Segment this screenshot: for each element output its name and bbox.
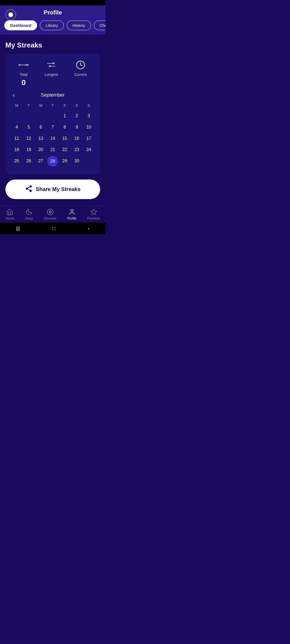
stat-current: Current <box>74 60 87 87</box>
calendar-cell[interactable]: 13 <box>35 133 47 144</box>
calendar-cell[interactable]: 24 <box>83 145 95 155</box>
main-content: My Streaks Total 0 <box>0 35 106 203</box>
nav-discover[interactable]: Discover <box>44 208 57 220</box>
calendar-cell[interactable]: 25 <box>11 156 23 167</box>
calendar-row: 45678910 <box>11 122 95 132</box>
calendar-cell[interactable]: 26 <box>23 156 35 167</box>
nav-discover-label: Discover <box>44 217 57 220</box>
current-icon <box>76 60 85 71</box>
calendar-cell[interactable]: 29 <box>59 156 71 167</box>
settings-button[interactable] <box>5 9 16 20</box>
nav-profile[interactable]: Profile <box>67 208 77 220</box>
total-label: Total <box>20 72 28 77</box>
calendar-cell[interactable]: 10 <box>83 122 95 132</box>
calendar-cell[interactable]: 2 <box>71 111 83 121</box>
calendar-cell[interactable]: 6 <box>35 122 47 132</box>
section-title: My Streaks <box>5 41 100 49</box>
calendar-cell[interactable]: 18 <box>11 145 23 155</box>
tab-history[interactable]: History <box>67 20 91 30</box>
calendar-cell <box>47 111 59 121</box>
calendar-header-row: M T W T F S S <box>11 102 95 109</box>
calendar-cell <box>35 111 47 121</box>
day-label-w: W <box>35 102 47 109</box>
tab-library[interactable]: Library <box>40 20 64 30</box>
calendar-cell[interactable]: 8 <box>59 122 71 132</box>
calendar-cell[interactable]: 16 <box>71 133 83 144</box>
nav-home-label: Home <box>5 217 14 220</box>
page-title: Profile <box>44 9 62 16</box>
tabs-bar: Dashboard Library History Check-Ins <box>0 20 106 35</box>
calendar-cell[interactable]: 30 <box>71 156 83 167</box>
svg-line-12 <box>28 187 30 188</box>
nav-home[interactable]: Home <box>5 208 14 220</box>
share-button-label: Share My Streaks <box>36 186 81 192</box>
share-icon <box>25 185 32 194</box>
svg-point-17 <box>49 211 52 213</box>
calendar-row: 11121314151617 <box>11 133 95 144</box>
nav-sleep[interactable]: Sleep <box>25 208 33 220</box>
day-label-s1: S <box>71 102 83 109</box>
calendar-grid: M T W T F S S 12345678910111213141516171… <box>11 102 95 167</box>
calendar-cell[interactable]: 23 <box>71 145 83 155</box>
nav-sleep-label: Sleep <box>25 217 33 220</box>
svg-point-0 <box>19 64 20 66</box>
day-label-f: F <box>59 102 71 109</box>
header: Profile <box>0 5 106 20</box>
calendar-cell <box>83 156 95 167</box>
calendar-cell[interactable]: 9 <box>71 122 83 132</box>
calendar-cell[interactable]: 5 <box>23 122 35 132</box>
calendar-row: 252627282930 <box>11 156 95 167</box>
calendar-month: September <box>41 92 64 98</box>
day-label-s2: S <box>83 102 95 109</box>
day-label-t1: T <box>23 102 35 109</box>
svg-point-18 <box>71 209 73 212</box>
calendar-cell[interactable]: 20 <box>35 145 47 155</box>
calendar-cell[interactable]: 14 <box>47 133 59 144</box>
stat-longest: Longest <box>45 60 58 87</box>
nav-profile-label: Profile <box>67 217 77 220</box>
menu-icon[interactable]: ||| <box>16 226 20 231</box>
share-streaks-button[interactable]: Share My Streaks <box>5 180 100 199</box>
calendar-cell[interactable]: 17 <box>83 133 95 144</box>
system-bar: ||| □ ‹ <box>0 222 106 234</box>
calendar-nav: ‹ September <box>11 92 95 98</box>
calendar-body: 1234567891011121314151617181920212223242… <box>11 111 95 167</box>
calendar-cell <box>11 111 23 121</box>
svg-marker-19 <box>91 209 97 215</box>
calendar-cell[interactable]: 7 <box>47 122 59 132</box>
tab-dashboard[interactable]: Dashboard <box>4 20 37 30</box>
streak-stats: Total 0 Longest <box>11 60 95 87</box>
calendar-row: 18192021222324 <box>11 145 95 155</box>
longest-label: Longest <box>45 72 58 77</box>
calendar-cell[interactable]: 1 <box>59 111 71 121</box>
total-icon <box>19 60 28 71</box>
calendar-cell[interactable]: 4 <box>11 122 23 132</box>
svg-point-1 <box>27 64 28 66</box>
tab-checkins[interactable]: Check-Ins <box>94 20 106 30</box>
calendar-cell[interactable]: 3 <box>83 111 95 121</box>
current-label: Current <box>74 72 87 77</box>
streaks-card: Total 0 Longest <box>5 54 100 174</box>
day-label-m: M <box>11 102 23 109</box>
nav-premium[interactable]: Premium <box>87 208 100 220</box>
nav-premium-label: Premium <box>87 217 100 220</box>
calendar-cell[interactable]: 11 <box>11 133 23 144</box>
longest-icon <box>46 60 56 71</box>
back-sys-icon[interactable]: ‹ <box>88 226 89 231</box>
calendar-cell[interactable]: 12 <box>23 133 35 144</box>
day-label-t2: T <box>47 102 59 109</box>
calendar-cell <box>23 111 35 121</box>
calendar-cell[interactable]: 21 <box>47 145 59 155</box>
prev-month-button[interactable]: ‹ <box>11 91 17 100</box>
bottom-nav: Home Sleep Discover Profile Premium <box>0 206 106 222</box>
calendar-cell[interactable]: 15 <box>59 133 71 144</box>
calendar-cell[interactable]: 28 <box>47 156 58 167</box>
status-bar <box>0 0 106 5</box>
home-sys-icon[interactable]: □ <box>52 226 55 231</box>
total-value: 0 <box>21 78 26 87</box>
calendar-cell[interactable]: 27 <box>35 156 47 167</box>
svg-line-11 <box>28 189 30 191</box>
calendar-cell[interactable]: 22 <box>59 145 71 155</box>
stat-total: Total 0 <box>19 60 28 87</box>
calendar-cell[interactable]: 19 <box>23 145 35 155</box>
